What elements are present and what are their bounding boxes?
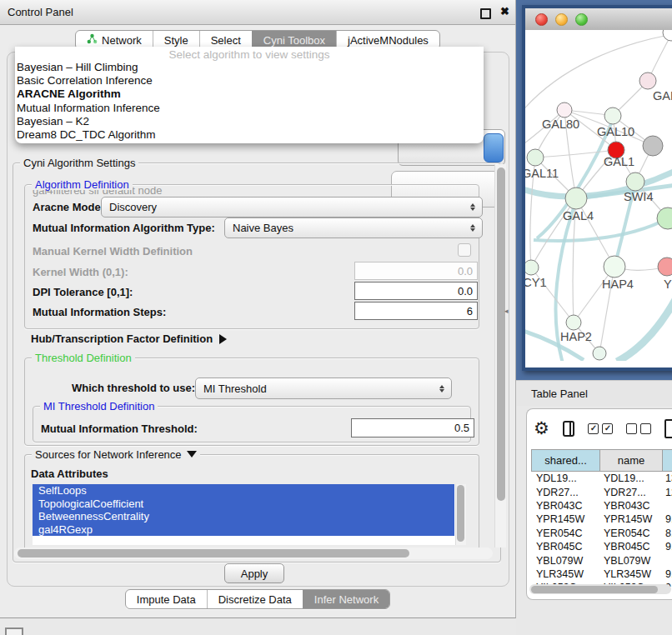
table-row[interactable]: YDL19...YDL19...13 (531, 472, 672, 485)
network-node-label: GAL (653, 89, 672, 102)
network-node-label: GAL80 (542, 118, 579, 131)
mi-algorithm-type-combobox[interactable]: Naive Bayes (224, 218, 483, 238)
tab-label: Network (102, 34, 142, 47)
column-header-1[interactable]: shared... (531, 449, 600, 472)
algorithm-dropdown-popup: Select algorithm to view settings Bayesi… (15, 47, 484, 143)
aracne-mode-combobox[interactable]: Discovery (101, 197, 483, 218)
network-node-y[interactable] (658, 258, 672, 276)
tab-impute-data[interactable]: Impute Data (126, 590, 207, 608)
algorithm-item[interactable]: Bayesian – Hill Climbing (15, 61, 484, 74)
table-row[interactable]: YDR27...YDR27...12 (531, 485, 672, 498)
algorithm-item[interactable]: Bayesian – K2 (15, 115, 484, 128)
attribute-item[interactable]: BetweennessCentrality (33, 510, 454, 523)
apply-button[interactable]: Apply (224, 563, 284, 583)
table-row[interactable]: YER054CYER054C8. (531, 527, 672, 540)
settings-horizontal-scrollbar-thumb[interactable] (18, 549, 409, 558)
table-row[interactable]: YPR145WYPR145W9. (531, 512, 672, 526)
close-icon[interactable]: ✖ (500, 5, 509, 18)
tab-label: Cyni Toolbox (263, 34, 325, 47)
table-cell: YBR043C (531, 499, 599, 512)
aracne-mode-value: Discovery (109, 201, 466, 213)
network-edge (617, 297, 672, 361)
gear-icon[interactable]: ⚙ (534, 420, 549, 437)
network-node-gal4[interactable] (565, 188, 587, 209)
algorithm-item[interactable]: ARACNE Algorithm (15, 88, 484, 101)
table-row[interactable]: YBL079WYBL079W (531, 553, 672, 567)
network-node-label: GAL4 (563, 209, 594, 222)
attribute-item[interactable]: SelfLoops (33, 484, 454, 498)
column-header-2[interactable]: name (600, 449, 663, 472)
network-canvas[interactable]: GALGAL80GAL10GAL1GAL11SWI4GAL4GCY1HAP4YH… (525, 30, 672, 361)
attribute-item[interactable]: gal4RGexp (33, 523, 454, 537)
cyni-algorithm-settings-title: Cyni Algorithm Settings (20, 158, 138, 168)
stepper-arrows-icon (466, 224, 479, 232)
table-cell (660, 499, 672, 512)
control-panel-title: Control Panel (8, 0, 73, 24)
columns-icon[interactable] (563, 421, 575, 437)
panel-splitter-handle[interactable]: ◂ (504, 307, 509, 315)
tab-label: jActiveMNodules (348, 34, 429, 47)
network-node-label: HAP2 (560, 330, 592, 343)
table-cell: 9. (660, 568, 672, 581)
attribute-item[interactable]: TopologicalCoefficient (33, 498, 454, 511)
table-cell: YBL079W (599, 553, 660, 567)
network-node[interactable] (643, 136, 663, 156)
table-horizontal-scrollbar-thumb[interactable] (531, 586, 658, 593)
which-threshold-combobox[interactable]: MI Threshold (195, 378, 452, 399)
network-node-hap2[interactable] (566, 315, 581, 330)
sources-title[interactable]: Sources for Network Inference (32, 449, 200, 460)
network-node[interactable] (593, 347, 606, 360)
table-cell: YPR145W (599, 512, 660, 526)
network-node-label: SWI4 (624, 190, 653, 203)
network-node-gal11[interactable] (527, 149, 544, 166)
minimized-panel-icon[interactable] (5, 628, 23, 635)
network-node-hap4[interactable] (604, 256, 625, 278)
minimize-traffic-light-icon[interactable] (555, 13, 568, 26)
settings-vertical-scrollbar[interactable] (494, 164, 506, 548)
mi-steps-input[interactable]: 6 (354, 302, 478, 320)
attribute-list-scrollbar[interactable] (455, 484, 466, 545)
mi-steps-label: Mutual Information Steps: (33, 306, 166, 318)
algorithm-item[interactable]: Dream8 DC_TDC Algorithm (15, 128, 484, 142)
network-node[interactable] (657, 208, 672, 229)
tab-infer-network[interactable]: Infer Network (303, 590, 389, 608)
table-panel-title: Table Panel (531, 381, 588, 407)
select-all-icon[interactable]: ✓✓ (588, 423, 613, 434)
hub-definition-toggle[interactable]: Hub/Transcription Factor Definition (31, 332, 227, 345)
network-node-gal[interactable] (639, 72, 656, 89)
network-node[interactable] (663, 30, 672, 41)
network-node-gcy1[interactable] (525, 260, 539, 275)
column-header-3[interactable]: A (663, 449, 672, 472)
close-traffic-light-icon[interactable] (535, 13, 548, 26)
attribute-list-scrollbar-thumb[interactable] (457, 485, 464, 542)
data-attributes-list[interactable]: SelfLoopsTopologicalCoefficientBetweenne… (33, 484, 465, 545)
table-row[interactable]: YBR045CYBR045C9. (531, 540, 672, 553)
mi-algorithm-type-value: Naive Bayes (233, 222, 466, 234)
mi-threshold-input[interactable]: 0.5 (351, 418, 474, 438)
kernel-width-input[interactable]: 0.0 (354, 262, 478, 280)
which-threshold-label: Which threshold to use: (72, 382, 195, 394)
table-cell: YDL19... (531, 472, 599, 485)
tab-discretize-data[interactable]: Discretize Data (207, 590, 303, 608)
deselect-all-icon[interactable] (626, 423, 651, 434)
settings-horizontal-scrollbar[interactable] (14, 548, 493, 559)
zoom-traffic-light-icon[interactable] (575, 13, 588, 26)
aracne-mode-label: Aracne Mode: (33, 201, 104, 213)
network-node-swi4[interactable] (626, 172, 644, 191)
algorithm-item[interactable]: Mutual Information Inference (15, 102, 484, 115)
bottom-tabbar: Impute DataDiscretize DataInfer Network (0, 589, 515, 609)
settings-vertical-scrollbar-thumb[interactable] (497, 168, 505, 501)
dpi-tolerance-input[interactable]: 0.0 (354, 282, 478, 300)
network-node-gal10[interactable] (604, 108, 621, 124)
float-window-icon[interactable] (480, 8, 491, 19)
network-node-label: Y (664, 278, 672, 291)
table-row[interactable]: YBR043CYBR043C (531, 499, 672, 512)
node-table: shared...nameA YDL19...YDL19...13YDR27..… (531, 449, 672, 587)
export-icon[interactable] (664, 419, 672, 438)
table-panel-header: Table Panel (516, 380, 672, 407)
table-horizontal-scrollbar[interactable] (529, 584, 671, 594)
table-row[interactable]: YLR345WYLR345W9. (531, 568, 672, 581)
algorithm-item[interactable]: Basic Correlation Inference (15, 74, 484, 88)
network-node-gal80[interactable] (557, 102, 572, 118)
manual-kernel-width-checkbox[interactable] (458, 243, 471, 257)
